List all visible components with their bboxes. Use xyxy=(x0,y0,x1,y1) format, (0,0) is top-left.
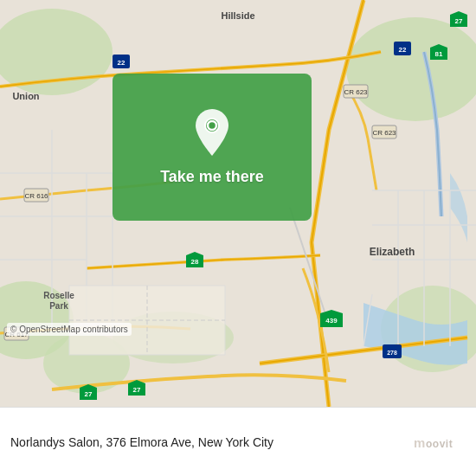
moovit-logo: m oovit xyxy=(414,428,466,456)
map-container: 22 22 27 28 439 81 27 278 CR 616 CR 623 … xyxy=(0,0,476,407)
svg-text:28: 28 xyxy=(191,258,199,266)
svg-text:CR 616: CR 616 xyxy=(24,192,48,200)
take-me-there-button[interactable]: Take me there xyxy=(160,168,264,186)
bottom-bar: Norlandys Salon, 376 Elmora Ave, New Yor… xyxy=(0,407,476,476)
svg-text:27: 27 xyxy=(133,386,141,394)
svg-text:439: 439 xyxy=(325,317,338,325)
svg-text:oovit: oovit xyxy=(426,438,453,450)
svg-text:22: 22 xyxy=(399,46,407,54)
svg-text:22: 22 xyxy=(118,59,125,67)
svg-text:Park: Park xyxy=(49,301,68,311)
svg-text:81: 81 xyxy=(435,50,443,58)
svg-text:m: m xyxy=(414,435,425,450)
map-attribution: © OpenStreetMap contributors xyxy=(7,323,132,336)
svg-text:CR 623: CR 623 xyxy=(344,88,368,96)
svg-text:Roselle: Roselle xyxy=(43,291,74,300)
svg-text:CR 623: CR 623 xyxy=(372,129,396,137)
location-info: Norlandys Salon, 376 Elmora Ave, New Yor… xyxy=(10,434,414,450)
action-overlay[interactable]: Take me there xyxy=(113,74,312,221)
moovit-logo-svg: m oovit xyxy=(414,428,466,456)
location-name: Norlandys Salon, 376 Elmora Ave, New Yor… xyxy=(10,435,273,449)
svg-text:Hillside: Hillside xyxy=(221,10,254,21)
svg-text:27: 27 xyxy=(85,390,93,398)
svg-text:Union: Union xyxy=(12,91,39,101)
svg-text:278: 278 xyxy=(387,350,397,356)
svg-text:27: 27 xyxy=(455,17,463,25)
location-pin-icon xyxy=(191,109,233,159)
svg-text:Elizabeth: Elizabeth xyxy=(370,246,415,258)
